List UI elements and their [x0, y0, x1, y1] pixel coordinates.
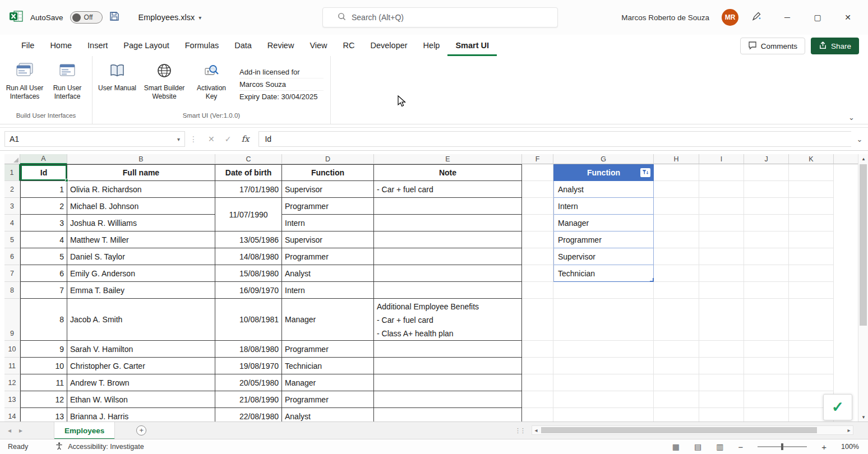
- cell-function[interactable]: Supervisor: [282, 181, 374, 198]
- name-box-dropdown-icon[interactable]: ▾: [177, 136, 180, 142]
- cell-note[interactable]: [374, 215, 522, 231]
- cell-note[interactable]: [374, 282, 522, 299]
- cell-dob[interactable]: 13/05/1986: [215, 231, 282, 248]
- cell-id[interactable]: 8: [20, 299, 67, 341]
- function-table-item[interactable]: Intern: [553, 198, 654, 215]
- cell-note[interactable]: - Car + fuel card: [374, 181, 522, 198]
- cell[interactable]: [522, 198, 553, 215]
- minimize-button[interactable]: ─: [778, 13, 796, 22]
- cell-name[interactable]: Michael B. Johnson: [67, 198, 215, 215]
- cell-id[interactable]: 5: [20, 248, 67, 265]
- close-button[interactable]: ✕: [839, 13, 857, 22]
- cell-dob[interactable]: 21/08/1990: [215, 391, 282, 408]
- row-header-8[interactable]: 8: [4, 282, 20, 299]
- scrollbar-splitter[interactable]: ⋮⋮: [515, 427, 525, 434]
- cell-note[interactable]: [374, 265, 522, 282]
- column-header-i[interactable]: I: [699, 154, 744, 164]
- empty-cells[interactable]: [654, 299, 834, 341]
- column-header-j[interactable]: J: [744, 154, 789, 164]
- empty-cells[interactable]: [654, 374, 834, 391]
- empty-cells[interactable]: [654, 265, 834, 282]
- row-header-6[interactable]: 6: [4, 248, 20, 265]
- cell-name[interactable]: Olivia R. Richardson: [67, 181, 215, 198]
- run-user-interface-button[interactable]: Run User Interface: [46, 61, 89, 101]
- user-manual-button[interactable]: User Manual: [96, 61, 138, 92]
- empty-cells[interactable]: [654, 181, 834, 198]
- select-all-corner[interactable]: [4, 154, 20, 164]
- empty-cells[interactable]: [654, 358, 834, 374]
- cell-dob[interactable]: 19/08/1970: [215, 358, 282, 374]
- cell[interactable]: [522, 358, 553, 374]
- cell-header-dob[interactable]: Date of birth: [215, 164, 282, 181]
- vertical-scrollbar[interactable]: ▴ ▾: [858, 154, 868, 421]
- normal-view-icon[interactable]: ▦: [672, 442, 680, 451]
- function-table-header[interactable]: Function: [553, 164, 654, 181]
- cell[interactable]: [522, 299, 553, 341]
- row-header-14[interactable]: 14: [4, 408, 20, 421]
- cell[interactable]: [522, 248, 553, 265]
- row-header-10[interactable]: 10: [4, 341, 20, 358]
- zoom-slider[interactable]: [758, 446, 807, 447]
- cell-id[interactable]: 2: [20, 198, 67, 215]
- cell[interactable]: [522, 341, 553, 358]
- cell-name[interactable]: Brianna J. Harris: [67, 408, 215, 421]
- tab-insert[interactable]: Insert: [80, 35, 116, 56]
- cell-note[interactable]: [374, 374, 522, 391]
- column-header-a[interactable]: A: [20, 154, 67, 164]
- cancel-icon[interactable]: ✕: [208, 135, 215, 143]
- cell-function[interactable]: Technician: [282, 358, 374, 374]
- cell-id[interactable]: 4: [20, 231, 67, 248]
- cell-name[interactable]: Andrew T. Brown: [67, 374, 215, 391]
- function-table-item[interactable]: Supervisor: [553, 248, 654, 265]
- formula-input[interactable]: Id: [258, 131, 851, 147]
- cell-dob-merged[interactable]: 11/07/1990: [215, 198, 282, 231]
- empty-cells[interactable]: [654, 215, 834, 231]
- empty-cells[interactable]: [654, 231, 834, 248]
- tab-smart-ui[interactable]: Smart UI: [447, 35, 497, 56]
- cell-name[interactable]: Matthew T. Miller: [67, 231, 215, 248]
- cell-note[interactable]: [374, 408, 522, 421]
- comments-button[interactable]: Comments: [740, 38, 805, 54]
- table-resize-handle[interactable]: [650, 278, 654, 282]
- cell-name[interactable]: Joshua R. Williams: [67, 215, 215, 231]
- empty-cells[interactable]: [654, 248, 834, 265]
- cell[interactable]: [522, 265, 553, 282]
- cell[interactable]: [553, 282, 654, 299]
- cell-id[interactable]: 12: [20, 391, 67, 408]
- cell[interactable]: [522, 215, 553, 231]
- cell-a1-selected[interactable]: Id: [20, 164, 67, 181]
- run-all-user-interfaces-button[interactable]: Run All User Interfaces: [3, 61, 46, 101]
- cell-dob[interactable]: 10/08/1981: [215, 299, 282, 341]
- cell-id[interactable]: 9: [20, 341, 67, 358]
- row-header-2[interactable]: 2: [4, 181, 20, 198]
- cell-dob[interactable]: 20/05/1980: [215, 374, 282, 391]
- cell-function[interactable]: Analyst: [282, 408, 374, 421]
- scroll-down-icon[interactable]: ▾: [858, 414, 868, 420]
- horizontal-scroll-thumb[interactable]: [541, 427, 817, 433]
- share-button[interactable]: Share: [811, 38, 859, 54]
- function-table-item[interactable]: Analyst: [553, 181, 654, 198]
- row-header-3[interactable]: 3: [4, 198, 20, 215]
- cell-name[interactable]: Christopher G. Carter: [67, 358, 215, 374]
- scroll-right-icon[interactable]: ▸: [845, 427, 853, 433]
- column-header-e[interactable]: E: [374, 154, 522, 164]
- cell-name[interactable]: Emma T. Bailey: [67, 282, 215, 299]
- column-header-g[interactable]: G: [553, 154, 654, 164]
- cell-function[interactable]: Programmer: [282, 248, 374, 265]
- fill-handle[interactable]: [65, 179, 68, 182]
- cell-id[interactable]: 11: [20, 374, 67, 391]
- cell-id[interactable]: 13: [20, 408, 67, 421]
- column-header-h[interactable]: H: [654, 154, 699, 164]
- scroll-up-icon[interactable]: ▴: [858, 156, 868, 161]
- row-header-1[interactable]: 1: [4, 164, 20, 181]
- cell-name[interactable]: Daniel S. Taylor: [67, 248, 215, 265]
- cell-id[interactable]: 1: [20, 181, 67, 198]
- function-table-item-last[interactable]: Technician: [553, 265, 654, 282]
- add-sheet-button[interactable]: +: [136, 425, 146, 436]
- tab-formulas[interactable]: Formulas: [177, 35, 227, 56]
- row-header-4[interactable]: 4: [4, 215, 20, 231]
- cell[interactable]: [522, 408, 553, 421]
- tab-developer[interactable]: Developer: [363, 35, 415, 56]
- tab-help[interactable]: Help: [415, 35, 448, 56]
- row-header-12[interactable]: 12: [4, 374, 20, 391]
